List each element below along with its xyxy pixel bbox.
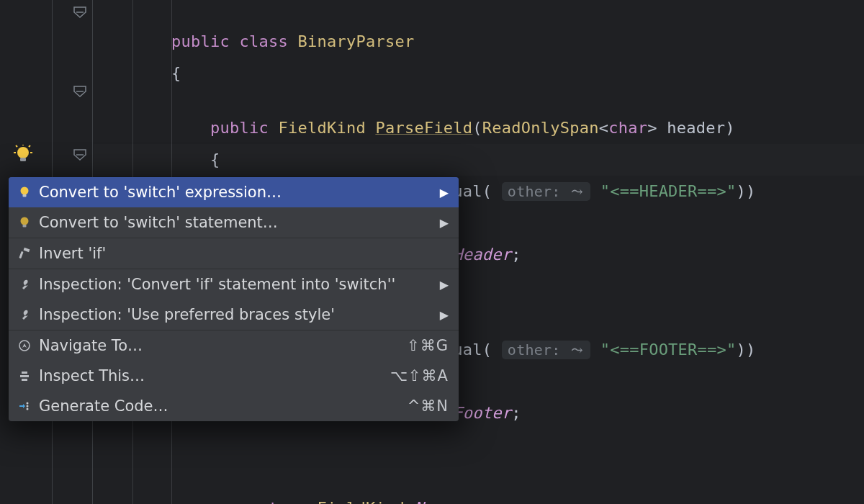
menu-item-label: Generate Code… bbox=[39, 397, 400, 415]
menu-item-generate-code[interactable]: Generate Code… ^⌘N bbox=[9, 391, 459, 421]
menu-item-inspect-this[interactable]: Inspect This… ⌥⇧⌘A bbox=[9, 361, 459, 391]
svg-point-3 bbox=[17, 147, 29, 158]
fold-handle-icon[interactable] bbox=[71, 6, 89, 19]
svg-rect-10 bbox=[19, 251, 23, 258]
menu-item-shortcut: ⌥⇧⌘A bbox=[390, 367, 449, 384]
compass-icon bbox=[17, 338, 32, 353]
code-line: return FieldKind.None; bbox=[94, 461, 463, 492]
bulb-dim-icon bbox=[17, 215, 32, 230]
svg-rect-6 bbox=[23, 194, 27, 197]
intention-context-menu: Convert to 'switch' expression… ▶ Conver… bbox=[9, 177, 459, 421]
menu-item-label: Invert 'if' bbox=[39, 245, 449, 262]
menu-item-inspection-braces-style[interactable]: Inspection: 'Use preferred braces style'… bbox=[9, 300, 459, 330]
code-line: } bbox=[94, 492, 220, 504]
submenu-chevron-icon: ▶ bbox=[440, 308, 449, 322]
menu-item-label: Navigate To… bbox=[39, 337, 400, 354]
code-line: if (header.SequenceEqual( other: ⤳ "<==H… bbox=[94, 144, 864, 176]
code-line: { bbox=[94, 26, 181, 58]
svg-point-7 bbox=[21, 217, 29, 225]
menu-item-inspection-convert-if-to-switch[interactable]: Inspection: 'Convert 'if' statement into… bbox=[9, 269, 459, 300]
menu-item-label: Convert to 'switch' statement… bbox=[39, 214, 433, 231]
menu-item-label: Inspection: 'Use preferred braces style' bbox=[39, 306, 433, 323]
svg-point-17 bbox=[27, 408, 29, 410]
wrench-icon bbox=[17, 277, 32, 292]
menu-item-label: Inspect This… bbox=[39, 367, 383, 384]
code-line: public class BinaryParser bbox=[94, 0, 414, 26]
fold-handle-icon[interactable] bbox=[71, 148, 89, 161]
svg-rect-9 bbox=[24, 248, 30, 252]
menu-item-label: Convert to 'switch' expression… bbox=[39, 184, 433, 201]
code-line: { bbox=[94, 112, 220, 144]
wrench-icon bbox=[17, 307, 32, 322]
stack-icon bbox=[17, 369, 32, 383]
menu-item-shortcut: ^⌘N bbox=[408, 397, 449, 415]
menu-item-navigate-to[interactable]: Navigate To… ⇧⌘G bbox=[9, 330, 459, 361]
svg-rect-8 bbox=[23, 225, 27, 228]
submenu-chevron-icon: ▶ bbox=[440, 186, 449, 199]
svg-point-5 bbox=[21, 187, 29, 195]
svg-point-16 bbox=[27, 405, 29, 408]
svg-point-15 bbox=[27, 402, 29, 405]
submenu-chevron-icon: ▶ bbox=[440, 278, 449, 292]
menu-item-invert-if[interactable]: Invert 'if' bbox=[9, 238, 459, 269]
code-line: public FieldKind ParseField(ReadOnlySpan… bbox=[94, 81, 735, 112]
bulb-on-icon bbox=[17, 185, 32, 199]
menu-item-label: Inspection: 'Convert 'if' statement into… bbox=[39, 276, 433, 293]
hammer-icon bbox=[17, 246, 32, 261]
svg-rect-4 bbox=[20, 158, 26, 161]
fold-handle-icon[interactable] bbox=[71, 85, 89, 98]
svg-rect-12 bbox=[22, 372, 27, 374]
menu-item-convert-switch-statement[interactable]: Convert to 'switch' statement… ▶ bbox=[9, 207, 459, 238]
generate-icon bbox=[17, 399, 32, 413]
menu-item-convert-switch-expression[interactable]: Convert to 'switch' expression… ▶ bbox=[9, 177, 459, 207]
menu-item-shortcut: ⇧⌘G bbox=[407, 337, 449, 354]
svg-rect-14 bbox=[22, 379, 27, 381]
intention-bulb-icon[interactable] bbox=[13, 145, 33, 165]
submenu-chevron-icon: ▶ bbox=[440, 216, 449, 230]
svg-rect-13 bbox=[20, 375, 29, 377]
